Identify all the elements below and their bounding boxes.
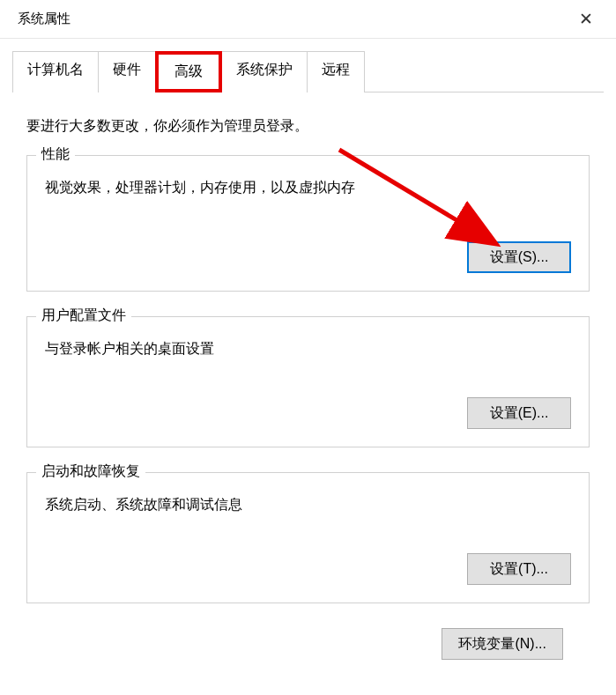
group-userprofile-legend: 用户配置文件: [36, 307, 131, 325]
titlebar: 系统属性 ✕: [0, 0, 616, 39]
window-title: 系统属性: [18, 11, 71, 27]
group-performance-desc: 视觉效果，处理器计划，内存使用，以及虚拟内存: [45, 179, 571, 197]
userprofile-settings-button[interactable]: 设置(E)...: [467, 397, 571, 429]
group-userprofile: 用户配置文件 与登录帐户相关的桌面设置 设置(E)...: [26, 316, 590, 447]
close-button[interactable]: ✕: [568, 4, 604, 35]
tab-bar: 计算机名 硬件 高级 系统保护 远程: [0, 39, 616, 92]
tab-hardware[interactable]: 硬件: [98, 51, 156, 92]
group-startup: 启动和故障恢复 系统启动、系统故障和调试信息 设置(T)...: [26, 472, 590, 603]
admin-notice: 要进行大多数更改，你必须作为管理员登录。: [26, 117, 590, 136]
startup-settings-button[interactable]: 设置(T)...: [467, 553, 571, 585]
tab-remote[interactable]: 远程: [307, 51, 365, 92]
group-startup-desc: 系统启动、系统故障和调试信息: [45, 496, 571, 514]
close-icon: ✕: [579, 9, 593, 29]
environment-variables-button[interactable]: 环境变量(N)...: [442, 628, 563, 660]
tab-content-advanced: 要进行大多数更改，你必须作为管理员登录。 性能 视觉效果，处理器计划，内存使用，…: [0, 92, 616, 660]
tab-computer-name[interactable]: 计算机名: [12, 51, 99, 92]
tab-advanced[interactable]: 高级: [155, 51, 222, 92]
group-userprofile-desc: 与登录帐户相关的桌面设置: [45, 340, 571, 359]
performance-settings-button[interactable]: 设置(S)...: [467, 241, 571, 273]
group-performance: 性能 视觉效果，处理器计划，内存使用，以及虚拟内存 设置(S)...: [26, 155, 590, 292]
tab-system-protection[interactable]: 系统保护: [221, 51, 308, 92]
group-startup-legend: 启动和故障恢复: [36, 462, 145, 481]
group-performance-legend: 性能: [36, 145, 75, 164]
